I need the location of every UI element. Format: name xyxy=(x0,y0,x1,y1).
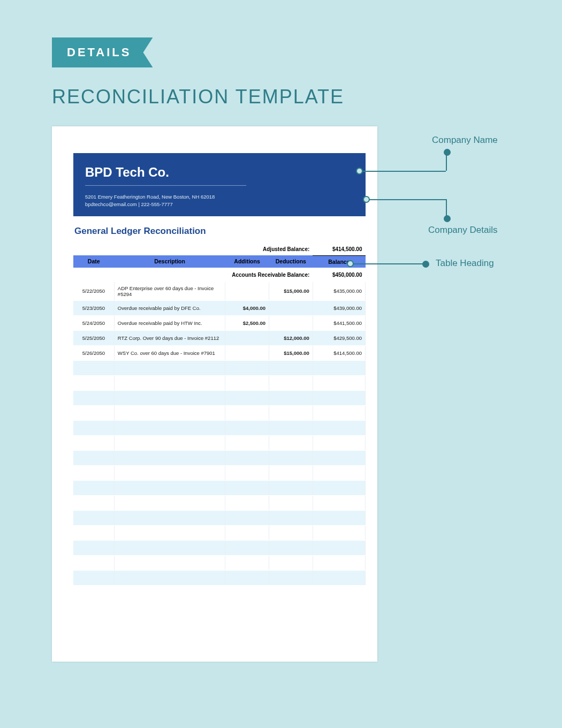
cell-add xyxy=(225,282,269,301)
cell-bal xyxy=(313,510,365,525)
cell-bal xyxy=(313,495,365,510)
cell-ded xyxy=(269,390,313,405)
cell-bal xyxy=(313,375,365,390)
cell-add xyxy=(225,525,269,540)
cell-desc xyxy=(114,465,225,480)
table-row xyxy=(73,375,366,390)
cell-desc xyxy=(114,480,225,495)
cell-bal xyxy=(313,420,365,435)
table-row xyxy=(73,495,366,510)
accounts-receivable-row: Accounts Receivable Balance: $450,000.00 xyxy=(73,268,366,282)
cell-desc xyxy=(114,570,225,585)
col-deductions: Deductions xyxy=(269,255,313,268)
cell-bal xyxy=(313,570,365,585)
cell-ded xyxy=(269,360,313,375)
cell-add xyxy=(225,570,269,585)
cell-desc xyxy=(114,435,225,450)
callout-table-heading: Table Heading xyxy=(436,258,494,269)
company-header: BPD Tech Co. 5201 Emery Featherington Ro… xyxy=(73,153,366,216)
cell-desc: ADP Enterprise over 60 days due - Invoic… xyxy=(114,282,225,301)
cell-bal xyxy=(313,555,365,570)
cell-date xyxy=(73,390,114,405)
cell-date xyxy=(73,405,114,420)
cell-ded xyxy=(269,450,313,465)
cell-ded xyxy=(269,480,313,495)
table-row xyxy=(73,480,366,495)
cell-bal xyxy=(313,450,365,465)
cell-desc: RTZ Corp. Over 90 days due - Invoice #21… xyxy=(114,330,225,345)
cell-desc xyxy=(114,495,225,510)
cell-desc xyxy=(114,540,225,555)
callout-line xyxy=(369,199,446,200)
cell-desc xyxy=(114,390,225,405)
cell-date xyxy=(73,525,114,540)
callout-dot xyxy=(444,149,451,156)
callout-company-name: Company Name xyxy=(432,135,498,146)
cell-desc: Overdue receivable paid by HTW Inc. xyxy=(114,315,225,330)
adjusted-balance-label: Adjusted Balance: xyxy=(73,244,313,256)
cell-bal: $429,500.00 xyxy=(313,330,365,345)
table-row xyxy=(73,465,366,480)
cell-date xyxy=(73,420,114,435)
callout-dot xyxy=(422,261,429,268)
cell-desc xyxy=(114,525,225,540)
cell-ded: $15,000.00 xyxy=(269,345,313,360)
cell-add xyxy=(225,555,269,570)
callout-line xyxy=(446,199,447,216)
cell-add: $2,500.00 xyxy=(225,315,269,330)
table-row xyxy=(73,390,366,405)
callout-dot xyxy=(444,215,451,222)
cell-bal xyxy=(313,540,365,555)
cell-add xyxy=(225,540,269,555)
page-title: RECONCILIATION TEMPLATE xyxy=(52,86,344,108)
cell-desc xyxy=(114,360,225,375)
cell-date: 5/26/2050 xyxy=(73,345,114,360)
table-row: 5/23/2050Overdue receivable paid by DFE … xyxy=(73,300,366,315)
cell-date: 5/25/2050 xyxy=(73,330,114,345)
col-description: Description xyxy=(114,255,225,268)
company-name-underline xyxy=(85,185,246,186)
cell-bal xyxy=(313,480,365,495)
cell-ded xyxy=(269,465,313,480)
table-row xyxy=(73,555,366,570)
details-ribbon-label: DETAILS xyxy=(67,46,131,59)
cell-add xyxy=(225,375,269,390)
col-balance: Balance xyxy=(313,255,365,268)
cell-bal: $435,000.00 xyxy=(313,282,365,301)
cell-ded xyxy=(269,315,313,330)
cell-date xyxy=(73,540,114,555)
cell-ded xyxy=(269,555,313,570)
cell-bal xyxy=(313,435,365,450)
callout-line xyxy=(446,154,447,171)
cell-bal: $439,000.00 xyxy=(313,300,365,315)
table-row xyxy=(73,450,366,465)
cell-ded xyxy=(269,435,313,450)
cell-add xyxy=(225,420,269,435)
cell-add xyxy=(225,450,269,465)
table-row xyxy=(73,570,366,585)
company-name: BPD Tech Co. xyxy=(85,165,354,180)
cell-ded xyxy=(269,375,313,390)
cell-bal xyxy=(313,405,365,420)
cell-ded xyxy=(269,510,313,525)
section-title: General Ledger Reconciliation xyxy=(74,226,366,237)
cell-desc xyxy=(114,420,225,435)
cell-desc xyxy=(114,450,225,465)
cell-add xyxy=(225,390,269,405)
cell-ded xyxy=(269,405,313,420)
cell-bal xyxy=(313,360,365,375)
table-row xyxy=(73,510,366,525)
cell-ded xyxy=(269,525,313,540)
cell-add xyxy=(225,435,269,450)
cell-date xyxy=(73,570,114,585)
table-row xyxy=(73,540,366,555)
cell-bal xyxy=(313,390,365,405)
adjusted-balance-value: $414,500.00 xyxy=(313,244,365,256)
cell-ded xyxy=(269,540,313,555)
cell-bal: $414,500.00 xyxy=(313,345,365,360)
callout-line xyxy=(362,171,446,172)
cell-add xyxy=(225,480,269,495)
details-ribbon: DETAILS xyxy=(52,37,153,67)
cell-date: 5/23/2050 xyxy=(73,300,114,315)
cell-desc xyxy=(114,375,225,390)
